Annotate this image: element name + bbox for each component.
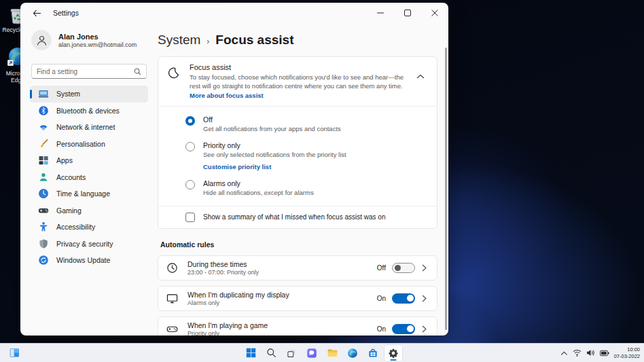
summary-checkbox-label: Show a summary of what I missed when foc… [203,213,385,221]
chevron-right-icon [422,295,430,302]
automatic-rules-header: Automatic rules [160,240,437,249]
widgets-button[interactable] [5,345,23,361]
apps-icon [38,155,49,166]
back-button[interactable] [29,5,45,20]
sidebar-item-apps[interactable]: Apps [30,152,148,169]
radio-option-alarms-only[interactable]: Alarms only Hide all notifications, exce… [185,179,427,196]
tray-volume-icon [586,349,595,357]
focus-mode-options: Off Get all notifications from your apps… [158,106,437,206]
close-icon [431,10,438,16]
rule-title: When I'm playing a game [187,321,377,329]
sidebar-item-label: System [56,90,80,98]
chevron-right-icon [422,264,430,272]
radio-option-priority-only[interactable]: Priority only See only selected notifica… [185,141,427,170]
search-icon [266,348,276,358]
clock-icon [166,262,179,274]
radio-option-off[interactable]: Off Get all notifications from your apps… [185,115,427,132]
sidebar-item-windows-update[interactable]: Windows Update [30,252,148,269]
breadcrumb-parent[interactable]: System [158,33,200,48]
chat-icon [306,348,317,359]
brush-icon [38,139,49,149]
task-view-button[interactable] [283,345,300,361]
summary-checkbox-row[interactable]: Show a summary of what I missed when foc… [158,206,437,228]
breadcrumb: System › Focus assist [158,33,437,48]
main-content: System › Focus assist Focus assist To st… [155,23,448,336]
focus-assist-card: Focus assist To stay focused, choose whi… [158,56,437,229]
close-button[interactable] [421,3,448,23]
chevron-up-icon[interactable] [416,70,426,82]
sidebar-item-label: Bluetooth & devices [56,107,120,115]
settings-window: Settings Alan Jones alan.jones.wm@hotmai… [20,3,448,336]
edge-button[interactable] [344,345,361,361]
clock-date: 07-03-2022 [614,353,640,360]
sidebar-item-label: Personalisation [56,140,105,148]
radio-unselected-icon[interactable] [185,180,195,189]
customise-priority-list-link[interactable]: Customise priority list [203,163,346,170]
radio-label: Alarms only [203,179,314,187]
sidebar-item-gaming[interactable]: Gaming [30,202,148,219]
clock-time: 10:00 [614,346,640,353]
sidebar-item-label: Accessibility [56,223,95,231]
chevron-right-icon [422,325,430,333]
toggle-off[interactable] [392,263,415,273]
taskbar: 10:00 07-03-2022 [0,343,644,362]
system-tray[interactable] [560,349,609,357]
accessibility-icon [38,221,49,232]
wifi-icon [38,122,49,132]
sidebar-item-accounts[interactable]: Accounts [30,169,148,186]
settings-taskbar-button[interactable] [384,345,402,361]
titlebar[interactable]: Settings [20,3,448,23]
toggle-on[interactable] [392,293,415,304]
sidebar-item-privacy[interactable]: Privacy & security [30,236,148,253]
sidebar-item-system[interactable]: System [30,86,148,103]
toggle-on[interactable] [392,324,415,334]
rule-playing-game[interactable]: When I'm playing a game Priority only On [158,316,437,336]
windows-start-icon [246,348,256,358]
rule-duplicating-display[interactable]: When I'm duplicating my display Alarms o… [158,286,437,311]
sidebar-item-personalisation[interactable]: Personalisation [30,136,148,153]
search-button[interactable] [262,345,280,361]
desktop: Recycle Bin Microsoft Edge [0,0,644,362]
radio-label: Off [203,115,341,124]
checkbox-unchecked-icon[interactable] [185,213,195,222]
radio-unselected-icon[interactable] [185,142,195,151]
sidebar-item-label: Network & internet [56,123,115,131]
rule-subtitle: Alarms only [187,300,377,306]
sidebar-item-network[interactable]: Network & internet [30,119,148,136]
avatar [31,30,52,50]
search-input[interactable] [37,68,134,75]
task-view-icon [286,348,297,359]
search-box[interactable] [31,64,147,79]
person-icon [36,35,48,46]
radio-description: See only selected notifications from the… [203,151,346,158]
focus-assist-title: Focus assist [190,63,410,71]
sidebar-item-time-language[interactable]: Time & language [30,185,148,202]
tray-battery-icon [600,350,609,357]
sidebar-item-accessibility[interactable]: Accessibility [30,219,148,236]
user-profile[interactable]: Alan Jones alan.jones.wm@hotmail.com [30,26,148,54]
radio-description: Hide all notifications, except for alarm… [203,189,314,196]
taskbar-clock[interactable]: 10:00 07-03-2022 [614,346,640,360]
start-button[interactable] [242,345,260,361]
chat-button[interactable] [303,345,321,361]
sidebar-item-bluetooth[interactable]: Bluetooth & devices [30,103,148,120]
minimize-icon [377,10,384,16]
sidebar-item-label: Apps [56,156,73,164]
user-name: Alan Jones [58,33,137,41]
search-icon [134,68,141,75]
focus-assist-expander[interactable]: Focus assist To stay focused, choose whi… [158,57,437,106]
sidebar-nav: System Bluetooth & devices Network & int… [30,86,148,269]
more-about-focus-assist-link[interactable]: More about focus assist [190,92,264,99]
store-button[interactable] [364,345,382,361]
minimize-button[interactable] [367,3,394,23]
maximize-button[interactable] [394,3,421,23]
file-explorer-button[interactable] [323,345,341,361]
scrollbar[interactable] [445,48,447,330]
display-icon [166,293,179,304]
maximize-icon [404,10,411,16]
clock-globe-icon [38,188,49,199]
rule-subtitle: Priority only [187,330,377,336]
rule-during-these-times[interactable]: During these times 23:00 - 07:00: Priori… [158,255,437,280]
gamepad-icon [38,205,49,216]
radio-selected-icon[interactable] [185,116,195,126]
